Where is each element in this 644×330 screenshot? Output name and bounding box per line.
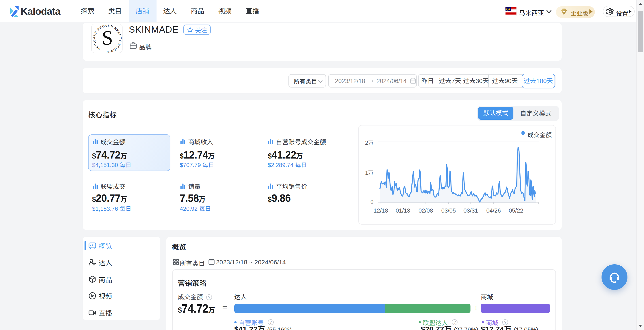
svg-text:S: S: [102, 26, 113, 49]
